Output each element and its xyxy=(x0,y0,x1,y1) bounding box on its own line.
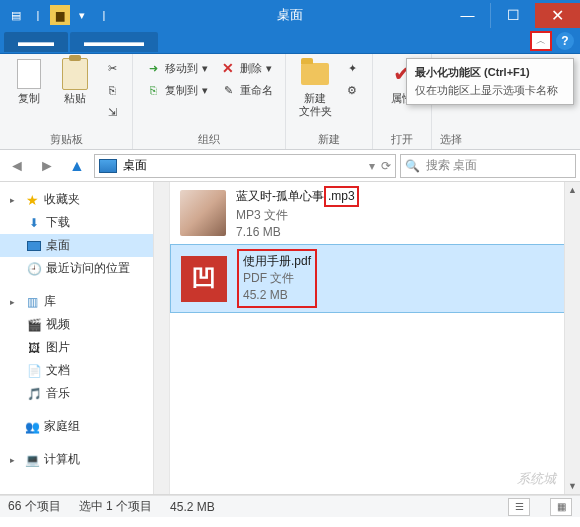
library-icon: ▥ xyxy=(24,294,40,310)
group-label-new: 新建 xyxy=(294,130,364,147)
location-icon xyxy=(99,159,117,173)
copy-button[interactable]: 复制 xyxy=(8,58,50,130)
window-title: 桌面 xyxy=(277,6,303,24)
paste-icon xyxy=(62,58,88,90)
ribbon-tab-strip: ▬▬▬ ▬▬▬▬▬ ︿ ? xyxy=(0,30,580,54)
address-dropdown-icon[interactable]: ▾ xyxy=(369,159,375,173)
music-icon: 🎵 xyxy=(26,386,42,402)
qat-folder-icon[interactable]: ▆ xyxy=(50,5,70,25)
title-bar: ▤ | ▆ ▾ | 桌面 — ☐ ✕ xyxy=(0,0,580,30)
sidebar-item-downloads[interactable]: ⬇下载 xyxy=(0,211,169,234)
homegroup-icon: 👥 xyxy=(24,419,40,435)
qat-dropdown-icon[interactable]: ▾ xyxy=(72,5,92,25)
sidebar-scrollbar[interactable] xyxy=(153,182,169,494)
sidebar-item-music[interactable]: 🎵音乐 xyxy=(0,382,169,405)
address-path: 桌面 xyxy=(123,157,147,174)
extension-highlight: .mp3 xyxy=(324,186,359,207)
new-folder-button[interactable]: 新建 文件夹 xyxy=(294,58,336,130)
rename-button[interactable]: ✎重命名 xyxy=(216,80,277,100)
paste-shortcut-button[interactable]: ⇲ xyxy=(100,102,124,122)
qat-separator: | xyxy=(28,5,48,25)
move-icon: ➜ xyxy=(145,60,161,76)
ribbon-group-organize: ➜移动到 ▾ ⎘复制到 ▾ ✕删除 ▾ ✎重命名 组织 xyxy=(133,54,286,149)
search-icon: 🔍 xyxy=(405,159,420,173)
sidebar-computer[interactable]: ▸💻计算机 xyxy=(0,448,169,471)
ribbon-tab-file[interactable]: ▬▬▬ xyxy=(4,32,68,52)
view-icons-button[interactable]: ▦ xyxy=(550,498,572,516)
nav-up-button[interactable]: ▲ xyxy=(64,154,90,178)
delete-button[interactable]: ✕删除 ▾ xyxy=(216,58,277,78)
folder-icon xyxy=(301,63,329,85)
file-item-pdf[interactable]: 凹 使用手册.pdf PDF 文件 45.2 MB xyxy=(170,244,580,312)
sidebar-libraries[interactable]: ▸▥库 xyxy=(0,290,169,313)
status-size: 45.2 MB xyxy=(170,500,215,514)
cut-button[interactable]: ✂ xyxy=(100,58,124,78)
new-item-button[interactable]: ✦ xyxy=(340,58,364,78)
ribbon: 复制 粘贴 ✂ ⎘ ⇲ 剪贴板 ➜移动到 ▾ ⎘复制到 ▾ ✕删除 ▾ ✎重命名 xyxy=(0,54,580,150)
sidebar-item-recent[interactable]: 🕘最近访问的位置 xyxy=(0,257,169,280)
view-details-button[interactable]: ☰ xyxy=(508,498,530,516)
document-icon: 📄 xyxy=(26,363,42,379)
sidebar-item-desktop[interactable]: 桌面 xyxy=(0,234,169,257)
sidebar-item-videos[interactable]: 🎬视频 xyxy=(0,313,169,336)
scroll-down-icon[interactable]: ▼ xyxy=(565,478,580,494)
group-label-select: 选择 xyxy=(440,130,462,147)
window-controls: — ☐ ✕ xyxy=(445,3,580,28)
file-list-pane: 蓝又时-孤单心事.mp3 MP3 文件 7.16 MB 凹 使用手册.pdf P… xyxy=(170,182,580,494)
minimize-button[interactable]: — xyxy=(445,3,490,28)
system-menu-icon[interactable]: ▤ xyxy=(6,5,26,25)
search-input[interactable]: 🔍 搜索 桌面 xyxy=(400,154,576,178)
qat-overflow[interactable]: | xyxy=(94,5,114,25)
file-thumbnail: 凹 xyxy=(181,256,227,302)
picture-icon: 🖼 xyxy=(26,340,42,356)
shortcut-icon: ⇲ xyxy=(104,104,120,120)
sidebar-item-documents[interactable]: 📄文档 xyxy=(0,359,169,382)
move-to-button[interactable]: ➜移动到 ▾ xyxy=(141,58,212,78)
ribbon-group-new: 新建 文件夹 ✦ ⚙ 新建 xyxy=(286,54,373,149)
group-label-organize: 组织 xyxy=(141,130,277,147)
scroll-up-icon[interactable]: ▲ xyxy=(565,182,580,198)
help-button[interactable]: ? xyxy=(556,32,574,50)
maximize-button[interactable]: ☐ xyxy=(490,3,535,28)
sidebar-favorites[interactable]: ▸★收藏夹 xyxy=(0,188,169,211)
navigation-pane: ▸★收藏夹 ⬇下载 桌面 🕘最近访问的位置 ▸▥库 🎬视频 🖼图片 📄文档 🎵音… xyxy=(0,182,170,494)
file-thumbnail xyxy=(180,190,226,236)
nav-forward-button[interactable]: ► xyxy=(34,154,60,178)
ribbon-tooltip: 最小化功能区 (Ctrl+F1) 仅在功能区上显示选项卡名称 xyxy=(406,58,574,105)
filepane-scrollbar[interactable]: ▲ ▼ xyxy=(564,182,580,494)
copy-icon xyxy=(17,59,41,89)
tooltip-title: 最小化功能区 (Ctrl+F1) xyxy=(415,65,565,80)
close-button[interactable]: ✕ xyxy=(535,3,580,28)
address-field[interactable]: 桌面 ▾ ⟳ xyxy=(94,154,396,178)
sidebar-item-pictures[interactable]: 🖼图片 xyxy=(0,336,169,359)
cut-icon: ✂ xyxy=(104,60,120,76)
watermark: 系统城 xyxy=(517,470,556,488)
download-icon: ⬇ xyxy=(26,215,42,231)
group-label-open: 打开 xyxy=(381,130,423,147)
copy-to-button[interactable]: ⎘复制到 ▾ xyxy=(141,80,212,100)
status-selection: 选中 1 个项目 xyxy=(79,498,152,515)
new-item-icon: ✦ xyxy=(344,60,360,76)
video-icon: 🎬 xyxy=(26,317,42,333)
delete-icon: ✕ xyxy=(220,60,236,76)
minimize-ribbon-button[interactable]: ︿ xyxy=(530,31,552,51)
address-bar: ◄ ► ▲ 桌面 ▾ ⟳ 🔍 搜索 桌面 xyxy=(0,150,580,182)
quick-access-toolbar: ▤ | ▆ ▾ | xyxy=(0,1,120,29)
copy-path-button[interactable]: ⎘ xyxy=(100,80,124,100)
sidebar-homegroup[interactable]: 👥家庭组 xyxy=(0,415,169,438)
content-area: ▸★收藏夹 ⬇下载 桌面 🕘最近访问的位置 ▸▥库 🎬视频 🖼图片 📄文档 🎵音… xyxy=(0,182,580,495)
search-placeholder: 搜索 桌面 xyxy=(426,157,477,174)
status-bar: 66 个项目 选中 1 个项目 45.2 MB ☰ ▦ xyxy=(0,495,580,517)
ribbon-tab-home[interactable]: ▬▬▬▬▬ xyxy=(70,32,158,52)
rename-icon: ✎ xyxy=(220,82,236,98)
ribbon-group-clipboard: 复制 粘贴 ✂ ⎘ ⇲ 剪贴板 xyxy=(0,54,133,149)
star-icon: ★ xyxy=(24,192,40,208)
recent-icon: 🕘 xyxy=(26,261,42,277)
refresh-icon[interactable]: ⟳ xyxy=(381,159,391,173)
easy-access-button[interactable]: ⚙ xyxy=(340,80,364,100)
pdf-icon: 凹 xyxy=(181,256,227,302)
file-item-mp3[interactable]: 蓝又时-孤单心事.mp3 MP3 文件 7.16 MB xyxy=(170,182,580,244)
nav-back-button[interactable]: ◄ xyxy=(4,154,30,178)
easy-access-icon: ⚙ xyxy=(344,82,360,98)
paste-button[interactable]: 粘贴 xyxy=(54,58,96,130)
